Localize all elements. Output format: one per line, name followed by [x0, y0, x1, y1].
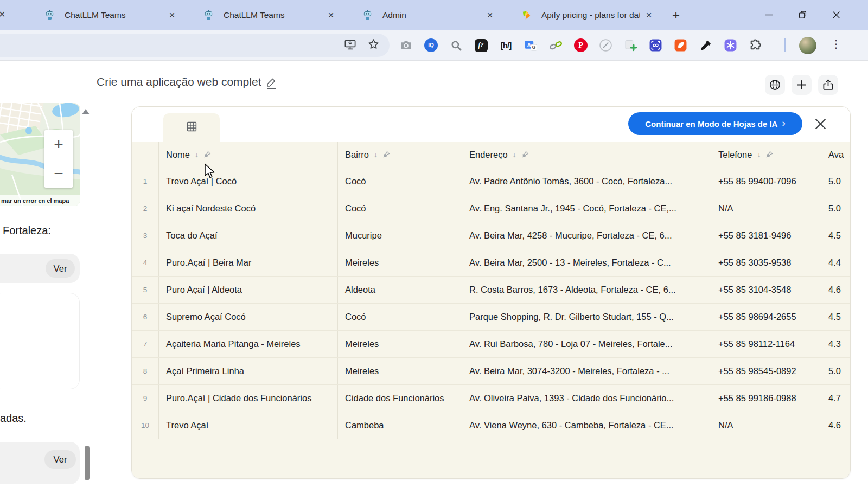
row-number[interactable]: 2 [132, 195, 159, 222]
edit-pencil-icon[interactable] [265, 76, 278, 92]
sheet-tab[interactable] [163, 113, 220, 142]
close-sheet-icon[interactable] [812, 115, 828, 132]
restore-button[interactable] [786, 0, 819, 30]
continue-sheets-mode-button[interactable]: Continuar en Modo de Hojas de IA › [628, 112, 802, 135]
cell-telefone[interactable]: +55 85 98694-2655 [711, 304, 821, 330]
map-attribution-link[interactable]: mar un error en el mapa [0, 195, 80, 206]
translate-icon[interactable]: AG [524, 38, 538, 52]
zoom-out-button[interactable]: − [44, 159, 73, 188]
cell-telefone[interactable]: +55 85 3181-9496 [711, 222, 821, 249]
browser-tab[interactable]: Admin✕ [342, 0, 501, 30]
cell-nome[interactable]: Puro.Açaí | Cidade dos Funcionários [159, 385, 338, 412]
cell-endereco[interactable]: Av. Beira Mar, 3074-3200 - Meireles, For… [462, 358, 711, 384]
cell-telefone[interactable]: +55 85 99186-0988 [711, 385, 821, 412]
tab-close-icon[interactable]: ✕ [169, 11, 175, 20]
column-header-telefone[interactable]: Telefone↓ [711, 142, 821, 168]
cell-nota[interactable]: 5.0 [821, 195, 850, 222]
row-number[interactable]: 7 [132, 331, 159, 357]
cell-bairro[interactable]: Meireles [338, 358, 462, 384]
cell-nota[interactable]: 5.0 [821, 168, 850, 195]
cell-nome[interactable]: Puro.Açaí | Beira Mar [159, 249, 338, 276]
cell-bairro[interactable]: Meireles [338, 331, 462, 357]
cell-endereco[interactable]: Av. Viena Weyne, 630 - Cambeba, Fortalez… [462, 412, 711, 439]
puzzle-icon[interactable] [749, 38, 762, 52]
screen-install-icon[interactable] [344, 38, 356, 53]
row-number[interactable]: 9 [132, 385, 159, 412]
cell-telefone[interactable]: +55 85 3104-3548 [711, 277, 821, 303]
bookmark-star-icon[interactable] [367, 38, 380, 53]
cell-endereco[interactable]: Parque Shopping, R. Dr. Gilberto Studart… [462, 304, 711, 330]
cell-bairro[interactable]: Cocó [338, 195, 462, 222]
cell-endereco[interactable]: Av. Rui Barbosa, 780 - Loja 07 - Meirele… [462, 331, 711, 357]
pin-icon[interactable] [382, 151, 390, 158]
minimize-button[interactable] [752, 0, 786, 30]
row-number[interactable]: 1 [132, 168, 159, 195]
sort-arrow-icon[interactable]: ↓ [757, 150, 761, 159]
profile-avatar[interactable] [799, 37, 816, 54]
cell-nota[interactable]: 4.6 [821, 412, 850, 439]
cell-nome[interactable]: Toca do Açaí [159, 222, 338, 249]
scrollbar-thumb[interactable] [85, 446, 90, 480]
pencil-circle-icon[interactable] [599, 38, 612, 52]
zoom-in-button[interactable]: + [44, 130, 73, 159]
cell-endereco[interactable]: Av. Oliveira Paiva, 1393 - Cidade dos Fu… [462, 385, 711, 412]
camera-icon[interactable] [399, 38, 413, 52]
browser-tab[interactable]: ChatLLM Teams✕ [183, 0, 342, 30]
column-header-ava[interactable]: Ava↓ [821, 142, 850, 168]
column-header-bairro[interactable]: Bairro↓ [338, 142, 462, 168]
sort-arrow-icon[interactable]: ↓ [374, 150, 378, 159]
cell-bairro[interactable]: Cocó [338, 304, 462, 330]
scroll-up-arrow[interactable] [82, 109, 90, 114]
pinterest-icon[interactable]: P [574, 38, 588, 52]
orange-flame-icon[interactable] [674, 38, 687, 52]
cell-nota[interactable]: 5.0 [821, 358, 850, 384]
purple-asterisk-icon[interactable] [724, 38, 737, 52]
h-brackets-icon[interactable]: [h/] [499, 38, 513, 52]
cell-endereco[interactable]: Av. Eng. Santana Jr., 1945 - Cocó, Forta… [462, 195, 711, 222]
cell-bairro[interactable]: Mucuripe [338, 222, 462, 249]
cell-nota[interactable]: 4.5 [821, 304, 850, 330]
f-question-icon[interactable]: f? [474, 38, 488, 52]
ver-button[interactable]: Ver [46, 259, 75, 278]
cell-bairro[interactable]: Meireles [338, 249, 462, 276]
cell-telefone[interactable]: N/A [711, 412, 821, 439]
tab-close-icon[interactable]: ✕ [487, 11, 493, 20]
row-number[interactable]: 5 [132, 277, 159, 303]
column-header-nome[interactable]: Nome↓ [159, 142, 338, 168]
cell-bairro[interactable]: Cidade dos Funcionários [338, 385, 462, 412]
cell-nome[interactable]: Supremo Açaí Cocó [159, 304, 338, 330]
cell-nome[interactable]: Trevo Açaí | Cocó [159, 168, 338, 195]
cell-telefone[interactable]: +55 85 98545-0892 [711, 358, 821, 384]
doc-plus-icon[interactable] [624, 38, 637, 52]
share-button[interactable] [818, 75, 838, 95]
cell-endereco[interactable]: Av. Beira Mar, 4258 - Mucuripe, Fortalez… [462, 222, 711, 249]
cell-nome[interactable]: Puro Açaí | Aldeota [159, 277, 338, 303]
sort-arrow-icon[interactable]: ↓ [513, 150, 516, 159]
pin-icon[interactable] [203, 151, 211, 158]
cell-bairro[interactable]: Cocó [338, 168, 462, 195]
globe-button[interactable] [765, 75, 785, 95]
close-button[interactable] [819, 0, 853, 30]
cell-telefone[interactable]: +55 85 3035-9538 [711, 249, 821, 276]
tab-close-icon[interactable]: ✕ [646, 11, 652, 20]
cell-endereco[interactable]: R. Costa Barros, 1673 - Aldeota, Fortale… [462, 277, 711, 303]
pin-icon[interactable] [765, 151, 773, 158]
column-header-endereço[interactable]: Endereço↓ [462, 142, 711, 168]
row-number[interactable]: 8 [132, 358, 159, 384]
add-button[interactable] [792, 75, 812, 95]
cell-nota[interactable]: 4.3 [821, 331, 850, 357]
row-number[interactable]: 4 [132, 249, 159, 276]
ver-button[interactable]: Ver [44, 450, 76, 469]
cell-nome[interactable]: Trevo Açaí [159, 412, 338, 439]
cell-nota[interactable]: 4.6 [821, 277, 850, 303]
cell-telefone[interactable]: +55 85 99400-7096 [711, 168, 821, 195]
close-icon[interactable]: ✕ [0, 9, 5, 20]
cell-nome[interactable]: Açaiteria Maria Pitanga - Meireles [159, 331, 338, 357]
cell-bairro[interactable]: Aldeota [338, 277, 462, 303]
address-bar[interactable] [0, 34, 390, 57]
browser-tab[interactable]: Apify pricing - plans for data co✕ [501, 0, 660, 30]
cell-bairro[interactable]: Cambeba [338, 412, 462, 439]
indigo-scan-icon[interactable] [649, 38, 662, 52]
cell-endereco[interactable]: Av. Beira Mar, 2500 - 13 - Meireles, For… [462, 249, 711, 276]
cell-telefone[interactable]: N/A [711, 195, 821, 222]
